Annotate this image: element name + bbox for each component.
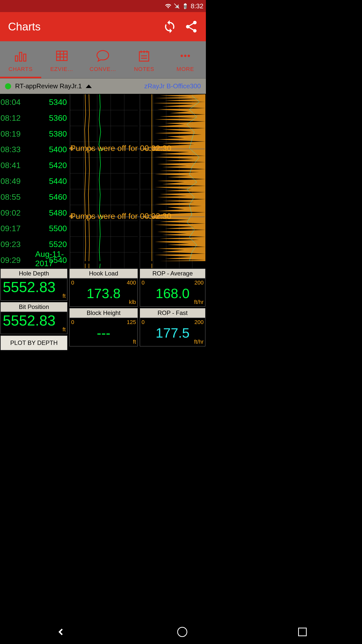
tab-label: MORE — [176, 66, 194, 72]
notes-icon — [137, 49, 151, 63]
tab-more[interactable]: MORE — [165, 41, 206, 78]
tab-notes[interactable]: NOTES — [123, 41, 165, 78]
time-tick: 08:19 — [1, 126, 33, 142]
metric-panels: Hole Depth 5552.83 ft Bit Position 5552.… — [0, 268, 206, 351]
panel-unit: klb — [71, 299, 136, 305]
depth-tick: 5440 — [35, 173, 68, 189]
panel-block-height: Block Height 0 125 --- ft — [69, 308, 138, 346]
share-icon[interactable] — [184, 20, 198, 34]
time-tick: 08:12 — [1, 110, 33, 126]
depth-tick: 5340 — [35, 94, 68, 110]
panel-hook-load: Hook Load 0 400 173.8 klb — [69, 269, 138, 307]
range-max: 125 — [127, 319, 136, 326]
panel-label: Hook Load — [69, 269, 138, 278]
range-max: 200 — [194, 319, 204, 326]
page-title: Charts — [8, 20, 155, 33]
svg-point-15 — [181, 55, 183, 57]
tab-label: NOTES — [134, 66, 154, 72]
svg-point-16 — [185, 55, 186, 57]
depth-chart[interactable]: 08:04 08:12 08:19 08:33 08:41 08:49 08:5… — [0, 94, 206, 268]
tab-bar: CHARTS EZVIE… CONVE… NOTES MORE — [0, 41, 206, 78]
tab-label: CONVE… — [89, 66, 116, 72]
depth-tick: 5480 — [35, 205, 68, 221]
depth-axis: 5340 5360 5380 5400 5420 5440 5460 5480 … — [35, 94, 68, 268]
panel-unit: ft — [71, 339, 136, 345]
status-time: 8:32 — [191, 2, 203, 10]
bar-chart-icon — [14, 49, 28, 63]
chart-track-1 — [70, 94, 138, 268]
tab-converse[interactable]: CONVE… — [82, 41, 124, 78]
depth-tick: 5380 — [35, 126, 68, 142]
range-max: 400 — [127, 279, 136, 286]
range-min: 0 — [142, 319, 145, 326]
panel-unit: ft/hr — [142, 299, 204, 305]
svg-rect-4 — [57, 51, 67, 60]
panel-hole-depth: Hole Depth 5552.83 ft — [1, 269, 67, 301]
panel-rop-fast: ROP - Fast 0 200 177.5 ft/hr — [140, 308, 205, 346]
svg-rect-9 — [140, 52, 149, 61]
more-icon — [178, 49, 192, 63]
panel-value: 5552.83 — [2, 313, 66, 328]
app-bar: Charts — [0, 12, 206, 41]
depth-tick: 5360 — [35, 110, 68, 126]
range-max: 200 — [194, 279, 204, 286]
panel-bit-position: Bit Position 5552.83 ft — [1, 302, 67, 334]
panel-label: ROP - Fast — [140, 308, 205, 318]
grid-icon — [55, 49, 69, 63]
time-tick: 09:23 — [1, 236, 33, 252]
panel-unit: ft/hr — [142, 339, 204, 345]
panel-label: Block Height — [69, 308, 138, 318]
panel-label: ROP - Average — [140, 269, 205, 278]
no-sim-icon — [173, 3, 180, 9]
svg-point-17 — [188, 55, 190, 57]
depth-tick: 5400 — [35, 142, 68, 157]
panel-unit: ft — [2, 326, 66, 333]
time-tick: 08:55 — [1, 189, 33, 205]
tab-label: EZVIE… — [50, 66, 73, 72]
tab-charts[interactable]: CHARTS — [0, 41, 41, 78]
panel-value: 5552.83 — [2, 279, 66, 295]
wifi-icon — [165, 3, 171, 9]
dropdown-caret-icon[interactable] — [86, 85, 92, 88]
svg-rect-2 — [19, 52, 22, 61]
time-tick: 09:29 — [1, 252, 33, 268]
chart-track-2 — [140, 94, 205, 268]
well-name[interactable]: RT-appReview RayJr.1 — [15, 82, 82, 90]
time-tick: 08:04 — [1, 94, 33, 110]
panel-label: Hole Depth — [1, 269, 67, 278]
depth-tick: 5420 — [35, 157, 68, 173]
range-min: 0 — [71, 319, 74, 326]
range-min: 0 — [142, 279, 145, 286]
chat-icon — [96, 49, 110, 63]
time-tick: 09:17 — [1, 221, 33, 237]
status-indicator — [5, 83, 11, 89]
chart-annotation: Pumps were off for 00:02:30 — [70, 144, 203, 153]
plot-by-depth-button[interactable]: PLOT BY DEPTH — [1, 336, 67, 350]
battery-icon — [182, 3, 189, 9]
refresh-icon[interactable] — [163, 20, 177, 34]
chart-date: Aug-11-2017 — [35, 250, 67, 268]
panel-rop-average: ROP - Average 0 200 168.0 ft/hr — [140, 269, 205, 307]
time-tick: 08:41 — [1, 157, 33, 173]
tab-label: CHARTS — [9, 66, 33, 72]
time-tick: 09:02 — [1, 205, 33, 221]
time-axis: 08:04 08:12 08:19 08:33 08:41 08:49 08:5… — [1, 94, 33, 268]
time-tick: 08:33 — [1, 142, 33, 157]
svg-rect-1 — [15, 56, 18, 61]
panel-label: Bit Position — [1, 302, 67, 312]
status-bar: 8:32 — [0, 0, 206, 12]
info-bar: RT-appReview RayJr.1 zRayJr B-Office300 — [0, 78, 206, 94]
time-tick: 08:49 — [1, 173, 33, 189]
panel-unit: ft — [2, 293, 66, 299]
depth-tick: 5500 — [35, 221, 68, 237]
user-link[interactable]: zRayJr B-Office300 — [144, 82, 201, 90]
tab-ezview[interactable]: EZVIE… — [41, 41, 82, 78]
svg-rect-3 — [24, 54, 26, 61]
range-min: 0 — [71, 279, 74, 286]
chart-annotation: Pumps were off for 00:02:30 — [70, 212, 203, 221]
depth-tick: 5460 — [35, 189, 68, 205]
